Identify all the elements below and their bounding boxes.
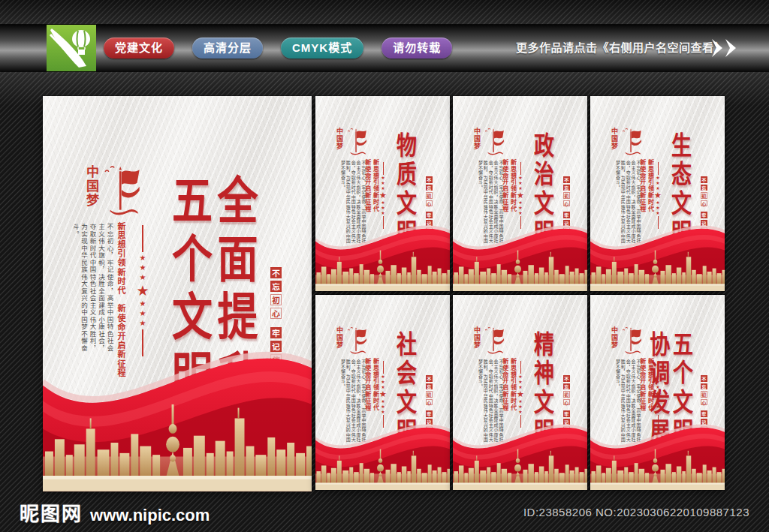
- china-dream-emblem: 中国梦: [610, 326, 642, 358]
- china-dream-label: 中国梦: [335, 128, 345, 150]
- red-flag-icon: [484, 128, 505, 158]
- china-dream-emblem: 中国梦: [472, 326, 505, 358]
- china-dream-label: 中国梦: [610, 326, 620, 349]
- star-icon: ★: [140, 264, 146, 272]
- motto-char: 忘: [563, 383, 570, 390]
- star-icon: ★: [140, 274, 146, 281]
- red-flag-icon: [102, 165, 141, 219]
- star-icon: ★: [140, 300, 146, 308]
- motto-char: 不: [563, 176, 570, 183]
- poster-inner: 中国梦 不忘初心，牢记使命，高举中国特色社会主义伟大旗帜，决胜全面建成小康社会，…: [590, 295, 725, 490]
- poster-thumb-2: 中国梦 不忘初心，牢记使命，高举中国特色社会主义伟大旗帜，决胜全面建成小康社会，…: [453, 96, 587, 291]
- divider-line: [520, 361, 521, 374]
- badge-2[interactable]: 高清分层: [192, 38, 263, 59]
- ribbon-skyline-graphic: [315, 408, 450, 490]
- china-dream-emblem: 中国梦: [82, 165, 141, 222]
- badge-row: 党建文化高清分层CMYK模式请勿转载: [104, 38, 452, 59]
- page: 党建文化高清分层CMYK模式请勿转载 更多作品请点击《右侧用户名空间查看》 中国…: [0, 0, 769, 532]
- motto-char: 不: [426, 176, 433, 183]
- double-chevron-right-icon[interactable]: [710, 39, 742, 57]
- red-flag-icon: [484, 326, 505, 356]
- footer: 昵图网 www.nipic.com ID:23858206 NO:2023030…: [0, 491, 769, 532]
- poster-thumb-1: 中国梦 不忘初心，牢记使命，高举中国特色社会主义伟大旗帜，决胜全面建成小康社会，…: [315, 96, 450, 291]
- promo-text[interactable]: 更多作品请点击《右侧用户名空间查看》: [516, 25, 725, 71]
- poster-grid: 中国梦 不忘初心，牢记使命，高举中国特色社会主义伟大旗帜，决胜全面建成小康社会，…: [315, 96, 725, 490]
- ribbon-skyline-graphic: [315, 209, 450, 291]
- ribbon-skyline-graphic: [590, 408, 725, 490]
- motto-char: 初: [701, 192, 707, 199]
- motto-char: 不: [426, 375, 433, 382]
- star-icon: ★: [140, 254, 146, 262]
- coreldraw-logo-icon[interactable]: [47, 25, 96, 71]
- motto-char: 心: [701, 399, 707, 406]
- motto-char: 忘: [563, 185, 570, 191]
- motto-char: 初: [563, 391, 570, 398]
- poster-thumb-4: 中国梦 不忘初心，牢记使命，高举中国特色社会主义伟大旗帜，决胜全面建成小康社会，…: [315, 295, 450, 490]
- motto-char: 心: [701, 200, 707, 207]
- motto-char: 忘: [426, 185, 433, 191]
- motto-char: 初: [270, 294, 282, 305]
- red-flag-icon: [346, 128, 367, 158]
- motto-char: 心: [563, 399, 570, 406]
- badge-3[interactable]: CMYK模式: [281, 38, 363, 59]
- poster-thumb-3: 中国梦 不忘初心，牢记使命，高举中国特色社会主义伟大旗帜，决胜全面建成小康社会，…: [590, 96, 725, 291]
- star-icon: ★: [136, 284, 149, 298]
- china-dream-label: 中国梦: [610, 128, 620, 150]
- poster-inner: 中国梦 不忘初心，牢记使命，高举中国特色社会主义伟大旗帜，决胜全面建成小康社会，…: [453, 295, 587, 490]
- poster-board: 中国梦 不忘初心，牢记使命，高举中国特色社会主义伟大旗帜，决胜全面建成小康社会，…: [0, 0, 769, 532]
- motto-char: 初: [563, 192, 570, 199]
- divider-line: [520, 162, 521, 175]
- divider-line: [383, 162, 384, 175]
- red-flag-icon: [346, 326, 367, 356]
- motto-char: 不: [563, 375, 570, 382]
- ribbon-skyline-graphic: [453, 209, 587, 291]
- motto-char: 初: [426, 192, 433, 199]
- motto-char: 初: [701, 391, 707, 398]
- poster-thumb-6: 中国梦 不忘初心，牢记使命，高举中国特色社会主义伟大旗帜，决胜全面建成小康社会，…: [590, 295, 725, 490]
- site-url[interactable]: www.nipic.com: [90, 506, 210, 525]
- motto-char: 忘: [270, 281, 282, 292]
- poster-inner: 中国梦 不忘初心，牢记使命，高举中国特色社会主义伟大旗帜，决胜全面建成小康社会，…: [43, 96, 312, 491]
- divider-line: [383, 361, 384, 374]
- china-dream-label: 中国梦: [472, 128, 482, 150]
- poster-main: 中国梦 不忘初心，牢记使命，高举中国特色社会主义伟大旗帜，决胜全面建成小康社会，…: [43, 96, 312, 491]
- red-flag-icon: [621, 128, 642, 158]
- badge-4[interactable]: 请勿转载: [381, 38, 452, 59]
- china-dream-emblem: 中国梦: [335, 326, 367, 358]
- motto-char: 心: [563, 200, 570, 207]
- ribbon-skyline-graphic: [590, 209, 725, 291]
- divider-line: [142, 225, 143, 252]
- poster-inner: 中国梦 不忘初心，牢记使命，高举中国特色社会主义伟大旗帜，决胜全面建成小康社会，…: [315, 96, 450, 291]
- china-dream-emblem: 中国梦: [335, 128, 367, 159]
- motto-char: 不: [270, 267, 282, 278]
- divider-line: [658, 162, 659, 175]
- motto-char: 心: [426, 200, 433, 207]
- top-bar: 党建文化高清分层CMYK模式请勿转载 更多作品请点击《右侧用户名空间查看》: [0, 25, 769, 71]
- red-flag-icon: [621, 326, 642, 356]
- motto-char: 心: [426, 399, 433, 406]
- image-id: ID:23858206 NO:20230306220109887123: [523, 506, 749, 518]
- china-dream-emblem: 中国梦: [472, 128, 505, 159]
- china-dream-label: 中国梦: [335, 326, 345, 349]
- china-dream-emblem: 中国梦: [610, 128, 642, 159]
- motto-char: 忘: [701, 383, 707, 390]
- site-watermark: 昵图网 www.nipic.com: [20, 498, 210, 526]
- motto-char: 不: [701, 375, 707, 382]
- china-dream-label: 中国梦: [472, 326, 482, 349]
- china-dream-label: 中国梦: [82, 165, 101, 208]
- site-logo: 昵图网: [20, 498, 83, 526]
- poster-thumb-5: 中国梦 不忘初心，牢记使命，高举中国特色社会主义伟大旗帜，决胜全面建成小康社会，…: [453, 295, 587, 490]
- star-icon: ★: [140, 310, 146, 317]
- motto-char: 不: [701, 176, 707, 183]
- motto-char: 忘: [426, 383, 433, 390]
- motto-char: 忘: [701, 185, 707, 191]
- poster-inner: 中国梦 不忘初心，牢记使命，高举中国特色社会主义伟大旗帜，决胜全面建成小康社会，…: [315, 295, 450, 490]
- poster-inner: 中国梦 不忘初心，牢记使命，高举中国特色社会主义伟大旗帜，决胜全面建成小康社会，…: [590, 96, 725, 291]
- ribbon-skyline-graphic: [453, 408, 587, 490]
- ribbon-skyline-graphic: [43, 317, 312, 491]
- badge-1[interactable]: 党建文化: [104, 38, 174, 59]
- motto-char: 初: [426, 391, 433, 398]
- poster-inner: 中国梦 不忘初心，牢记使命，高举中国特色社会主义伟大旗帜，决胜全面建成小康社会，…: [453, 96, 587, 291]
